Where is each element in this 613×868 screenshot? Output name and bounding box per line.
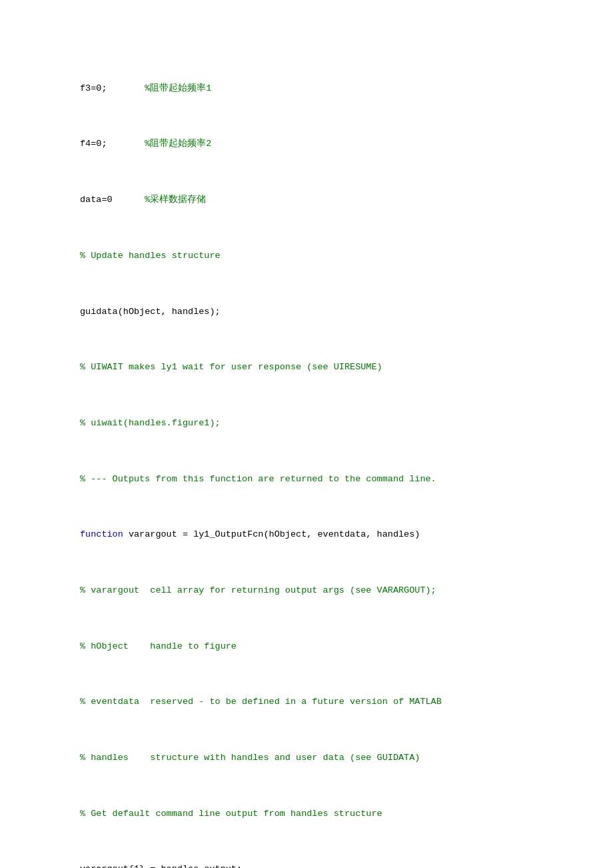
code-container: www.bdocx.com f3=0; %阻带起始频率1 f4=0; %阻带起始… [80, 40, 573, 868]
code-comment: % handles structure with handles and use… [80, 753, 420, 763]
code-line: f4=0; %阻带起始频率2 [80, 137, 573, 151]
code-comment: % varargout cell array for returning out… [80, 585, 436, 595]
code-line: f3=0; %阻带起始频率1 [80, 82, 573, 96]
code-comment: % eventdata reserved - to be defined in … [80, 697, 442, 707]
code-text: f3=0; [80, 83, 145, 93]
code-comment: %采样数据存储 [145, 195, 206, 205]
code-line: % eventdata reserved - to be defined in … [80, 695, 573, 709]
code-comment: % --- Outputs from this function are ret… [80, 474, 436, 484]
code-comment: %阻带起始频率2 [145, 139, 211, 149]
code-text: data=0 [80, 195, 145, 205]
code-comment: % Update handles structure [80, 251, 221, 261]
code-line: varargout{1} = handles.output; [80, 863, 573, 868]
code-comment: % uiwait(handles.figure1); [80, 418, 221, 428]
code-line: % --- Outputs from this function are ret… [80, 473, 573, 487]
code-comment: % Get default command line output from h… [80, 809, 382, 819]
code-line: % Update handles structure [80, 249, 573, 263]
code-block: f3=0; %阻带起始频率1 f4=0; %阻带起始频率2 data=0 %采样… [80, 40, 573, 868]
code-line: function varargout = ly1_OutputFcn(hObje… [80, 528, 573, 542]
code-line: % handles structure with handles and use… [80, 751, 573, 765]
code-line: % hObject handle to figure [80, 640, 573, 654]
code-text: guidata(hObject, handles); [80, 307, 221, 317]
code-comment: %阻带起始频率1 [145, 83, 211, 93]
code-comment: % hObject handle to figure [80, 641, 237, 651]
code-keyword: function [80, 529, 123, 539]
code-line: % Get default command line output from h… [80, 807, 573, 821]
code-comment: % UIWAIT makes ly1 wait for user respons… [80, 362, 382, 372]
code-text: varargout = ly1_OutputFcn(hObject, event… [123, 529, 420, 539]
code-line: guidata(hObject, handles); [80, 305, 573, 319]
code-text: varargout{1} = handles.output; [80, 864, 242, 868]
code-line: % varargout cell array for returning out… [80, 584, 573, 598]
code-line: data=0 %采样数据存储 [80, 193, 573, 207]
code-line: % uiwait(handles.figure1); [80, 417, 573, 431]
code-text: f4=0; [80, 139, 145, 149]
code-line: % UIWAIT makes ly1 wait for user respons… [80, 361, 573, 375]
